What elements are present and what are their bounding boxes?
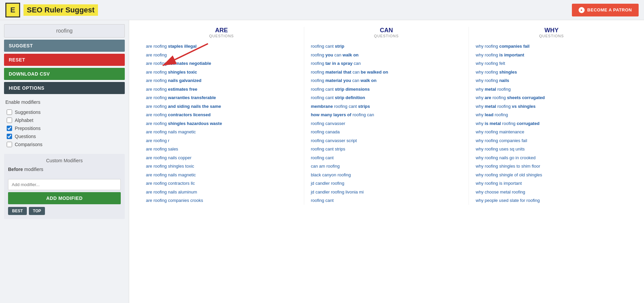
column-are: AREQUESTIONSare roofing staples illegala…: [139, 27, 304, 205]
list-item[interactable]: are roofing warranties transferable: [146, 93, 297, 102]
list-item[interactable]: why metal roofing vs shingles: [476, 102, 627, 111]
app-title: SEO Ruler Suggest: [23, 4, 98, 16]
results-columns: AREQUESTIONSare roofing staples illegala…: [129, 20, 644, 212]
list-item[interactable]: roofing cant: [311, 154, 462, 162]
logo-area: E SEO Ruler Suggest: [5, 3, 98, 17]
list-item[interactable]: why roofing companies fail: [476, 136, 627, 145]
list-item[interactable]: are roofing contractors licensed: [146, 111, 297, 119]
list-item[interactable]: membrane roofing cant strips: [311, 102, 462, 111]
list-item[interactable]: roofing cant strip dimensions: [311, 85, 462, 94]
become-patron-button[interactable]: ● BECOME A PATRON: [572, 4, 639, 16]
add-modified-button[interactable]: ADD MODIFIED: [8, 192, 121, 204]
list-item[interactable]: are roofing shingles toxic: [146, 68, 297, 77]
suggest-button[interactable]: SUGGEST: [4, 40, 125, 52]
suggestions-checkbox[interactable]: [7, 110, 12, 115]
list-item[interactable]: roofing cant strip: [311, 42, 462, 51]
list-item[interactable]: roofing canvasser: [311, 119, 462, 128]
list-item[interactable]: why roofing companies fail: [476, 42, 627, 51]
list-item[interactable]: are roofing r: [146, 136, 297, 145]
list-item[interactable]: why roofing shingles: [476, 68, 627, 77]
column-subtitle-can: QUESTIONS: [311, 34, 462, 38]
reset-button[interactable]: RESET: [4, 54, 125, 66]
list-item[interactable]: are roofing nails magnetic: [146, 128, 297, 136]
list-item[interactable]: are roofing estimates negotiable: [146, 59, 297, 68]
column-subtitle-why: QUESTIONS: [476, 34, 627, 38]
list-item[interactable]: roofing cant strip definition: [311, 93, 462, 102]
list-item[interactable]: roofing canada: [311, 128, 462, 136]
top-tag-button[interactable]: TOP: [29, 207, 45, 215]
comparisons-label: Comparisons: [15, 142, 42, 147]
list-item[interactable]: why choose metal roofing: [476, 188, 627, 197]
list-item[interactable]: roofing cant: [311, 196, 462, 205]
content-area: AREQUESTIONSare roofing staples illegala…: [129, 20, 644, 303]
list-item[interactable]: why metal roofing: [476, 85, 627, 94]
list-item[interactable]: why roofing uses sq units: [476, 145, 627, 154]
list-item[interactable]: are roofing estimates free: [146, 85, 297, 94]
list-item[interactable]: why roofing shingles to shim floor: [476, 162, 627, 171]
best-tag-button[interactable]: BEST: [8, 207, 27, 215]
list-item[interactable]: are roofing companies crooks: [146, 196, 297, 205]
list-item[interactable]: black canyon roofing: [311, 171, 462, 179]
list-item[interactable]: roofing tar in a spray can: [311, 59, 462, 68]
list-item[interactable]: are roofing nails aluminum: [146, 188, 297, 197]
list-item[interactable]: jd candler roofing: [311, 179, 462, 188]
enable-modifiers-section: Enable modifiers Suggestions Alphabet Pr…: [4, 96, 125, 150]
comparisons-checkbox[interactable]: [7, 142, 12, 147]
prepositions-label: Prepositions: [15, 126, 41, 131]
list-item[interactable]: why roofing is important: [476, 51, 627, 59]
column-subtitle-are: QUESTIONS: [146, 34, 297, 38]
list-item[interactable]: roofing canvasser script: [311, 136, 462, 145]
list-item[interactable]: why roofing shingle of old shingles: [476, 171, 627, 179]
enable-modifiers-title: Enable modifiers: [5, 99, 123, 105]
column-header-can: CANQUESTIONS: [311, 27, 462, 38]
list-item[interactable]: are roofing shingles hazardous waste: [146, 119, 297, 128]
prepositions-checkbox[interactable]: [7, 126, 12, 131]
list-item[interactable]: roofing cant strips: [311, 145, 462, 154]
list-item[interactable]: why people used slate for roofing: [476, 196, 627, 205]
hide-options-button[interactable]: HIDE OPTIONS: [4, 82, 125, 94]
list-item[interactable]: why is metal roofing corrugated: [476, 119, 627, 128]
comparisons-checkbox-row: Comparisons: [5, 140, 123, 148]
alphabet-checkbox[interactable]: [7, 118, 12, 123]
suggestions-label: Suggestions: [15, 110, 41, 115]
column-header-are: AREQUESTIONS: [146, 27, 297, 38]
list-item[interactable]: why are roofing sheets corrugated: [476, 93, 627, 102]
list-item[interactable]: why roofing is important: [476, 179, 627, 188]
before-label: Before modifiers: [8, 167, 121, 172]
questions-checkbox[interactable]: [7, 134, 12, 139]
list-item[interactable]: why roofing nails go in crooked: [476, 154, 627, 162]
add-modifier-input[interactable]: [8, 179, 121, 190]
questions-label: Questions: [15, 134, 36, 139]
questions-checkbox-row: Questions: [5, 132, 123, 140]
list-item[interactable]: are roofing sales: [146, 145, 297, 154]
list-item[interactable]: are roofing nails galvanized: [146, 76, 297, 85]
list-item[interactable]: why roofing nails: [476, 76, 627, 85]
list-item[interactable]: are roofing nails copper: [146, 154, 297, 162]
list-item[interactable]: how many layers of roofing can: [311, 111, 462, 119]
custom-modifiers-section: Custom Modifiers Before modifiers ADD MO…: [4, 154, 125, 219]
search-input[interactable]: [4, 24, 125, 38]
list-item[interactable]: are roofing: [146, 51, 297, 59]
list-item[interactable]: why roofing felt: [476, 59, 627, 68]
list-item[interactable]: roofing you can walk on: [311, 51, 462, 59]
column-can: CANQUESTIONSroofing cant striproofing yo…: [304, 27, 469, 205]
list-item[interactable]: are roofing contractors llc: [146, 179, 297, 188]
alphabet-checkbox-row: Alphabet: [5, 116, 123, 124]
list-item[interactable]: are roofing staples illegal: [146, 42, 297, 51]
list-item[interactable]: why lead roofing: [476, 111, 627, 119]
list-item[interactable]: can am roofing: [311, 162, 462, 171]
column-title-why: WHY: [476, 27, 627, 34]
list-item[interactable]: why roofing maintenance: [476, 128, 627, 136]
column-why: WHYQUESTIONSwhy roofing companies failwh…: [469, 27, 634, 205]
list-item[interactable]: are roofing shingles toxic: [146, 162, 297, 171]
main-layout: SUGGEST RESET DOWNLOAD CSV HIDE OPTIONS …: [0, 20, 644, 303]
suggestions-checkbox-row: Suggestions: [5, 108, 123, 116]
list-item[interactable]: roofing material you can walk on: [311, 76, 462, 85]
list-item[interactable]: jd candler roofing livonia mi: [311, 188, 462, 197]
list-item[interactable]: are roofing and siding nails the same: [146, 102, 297, 111]
list-item[interactable]: are roofing nails magnetic: [146, 171, 297, 179]
prepositions-checkbox-row: Prepositions: [5, 124, 123, 132]
list-item[interactable]: roofing material that can be walked on: [311, 68, 462, 77]
download-csv-button[interactable]: DOWNLOAD CSV: [4, 68, 125, 80]
alphabet-label: Alphabet: [15, 118, 33, 123]
